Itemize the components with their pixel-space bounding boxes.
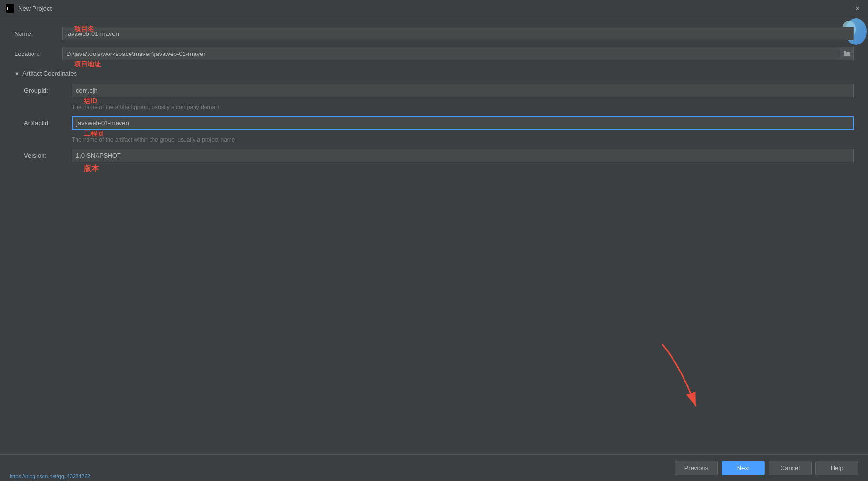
groupid-row: GroupId: — [14, 84, 854, 97]
svg-rect-5 — [844, 52, 850, 56]
annotation-version: 版本 — [84, 164, 99, 174]
location-row: Location: 项目地址 — [14, 47, 854, 60]
svg-rect-1 — [7, 11, 11, 11]
chevron-down-icon: ▼ — [14, 71, 20, 77]
name-row: Name: 项目名 — [14, 27, 854, 40]
groupid-input[interactable] — [72, 84, 854, 97]
artifactid-row: ArtifactId: — [14, 116, 854, 130]
next-button[interactable]: Next — [722, 461, 765, 475]
bottom-toolbar: https://blog.csdn.net/qq_43224762 Previo… — [0, 454, 868, 481]
help-button[interactable]: Help — [815, 461, 858, 475]
version-label: Version: — [24, 152, 72, 159]
name-label: Name: — [14, 30, 62, 37]
app-icon: I — [6, 4, 14, 13]
groupid-label: GroupId: — [24, 87, 72, 94]
svg-text:I: I — [7, 6, 8, 11]
new-project-dialog: I New Project × Name: 项目名 — [0, 0, 868, 481]
artifact-coordinates-label: Artifact Coordinates — [22, 70, 77, 77]
previous-button[interactable]: Previous — [675, 461, 718, 475]
groupid-hint: The name of the artifact group, usually … — [62, 104, 854, 110]
location-input-group — [62, 47, 854, 60]
form-content: Name: 项目名 Location: 项目地址 — [0, 17, 868, 454]
version-row: Version: — [14, 149, 854, 162]
artifactid-label: ArtifactId: — [24, 120, 72, 127]
browse-button[interactable] — [840, 47, 854, 60]
annotation-project-location: 项目地址 — [74, 60, 101, 69]
artifactid-hint: The name of the artifact within the grou… — [62, 136, 854, 143]
next-button-arrow — [653, 339, 710, 416]
artifact-header[interactable]: ▼ Artifact Coordinates — [14, 70, 854, 77]
cancel-button[interactable]: Cancel — [769, 461, 812, 475]
version-input[interactable] — [72, 149, 854, 162]
footer-url: https://blog.csdn.net/qq_43224762 — [10, 473, 90, 479]
title-bar: I New Project × — [0, 0, 868, 17]
artifact-section: ▼ Artifact Coordinates GroupId: 组ID The … — [14, 70, 854, 162]
name-input[interactable] — [62, 27, 854, 40]
location-label: Location: — [14, 50, 62, 57]
artifactid-input[interactable] — [72, 116, 854, 130]
close-button[interactable]: × — [853, 4, 862, 13]
title-bar-left: I New Project — [6, 4, 52, 13]
dialog-title: New Project — [18, 5, 52, 12]
svg-rect-6 — [844, 51, 846, 53]
location-input[interactable] — [62, 47, 840, 60]
